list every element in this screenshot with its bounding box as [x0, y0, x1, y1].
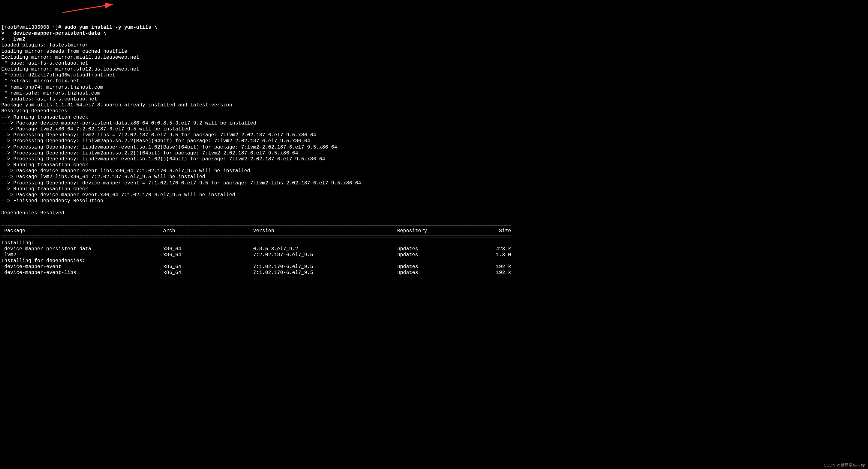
- annotation-arrow-icon: [59, 2, 122, 14]
- terminal-output[interactable]: [root@vmi1335008 ~]# sudo yum install -y…: [0, 24, 868, 277]
- watermark-text: CSDN @世界尽头与你: [824, 463, 865, 468]
- svg-line-0: [62, 4, 113, 12]
- shell-prompt: [root@vmi1335008 ~]# sudo yum install -y…: [1, 25, 157, 42]
- dependency-table: ========================================…: [1, 222, 511, 276]
- yum-output-block: Loaded plugins: fastestmirror Loading mi…: [1, 42, 361, 215]
